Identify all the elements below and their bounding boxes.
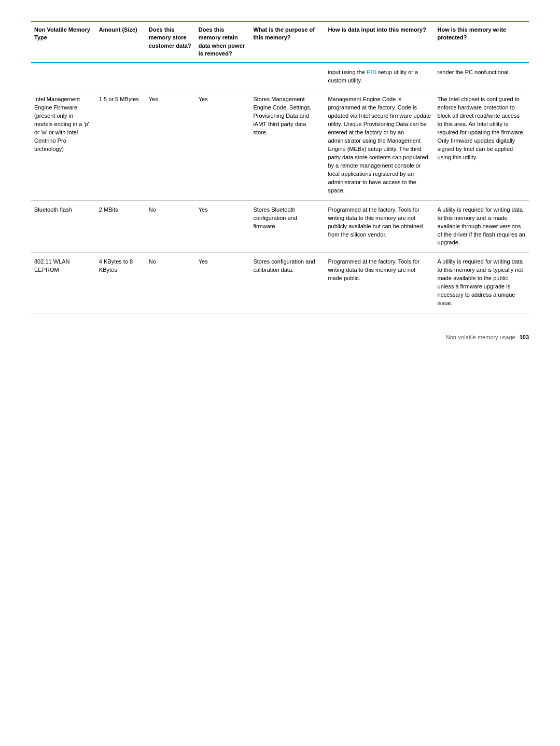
row3-col7: A utility is required for writing data t… bbox=[435, 253, 529, 313]
page-footer: Non-volatile memory usage 103 bbox=[31, 334, 529, 340]
partial-col7: render the PC nonfunctional. bbox=[435, 63, 529, 90]
header-col6: How is data input into this memory? bbox=[325, 21, 434, 63]
row1-col4: Yes bbox=[195, 90, 250, 200]
row3-col4: Yes bbox=[195, 253, 250, 313]
row1-col3: Yes bbox=[146, 90, 195, 200]
partial-col2 bbox=[96, 63, 146, 90]
row3-col3: No bbox=[146, 253, 195, 313]
row3-col6: Programmed at the factory. Tools for wri… bbox=[325, 253, 434, 313]
row2-col6: Programmed at the factory. Tools for wri… bbox=[325, 200, 434, 253]
table-row: 802.11 WLAN EEPROM 4 KBytes to 8 KBytes … bbox=[31, 253, 529, 313]
footer-page: 103 bbox=[520, 334, 529, 340]
header-col4: Does this memory retain data when power … bbox=[195, 21, 250, 63]
partial-col1 bbox=[31, 63, 96, 90]
row2-col3: No bbox=[146, 200, 195, 253]
partial-col5 bbox=[250, 63, 325, 90]
row1-col7: The Intel chipset is configured to enfor… bbox=[435, 90, 529, 200]
row1-col1: Intel Management Engine Firmware (presen… bbox=[31, 90, 96, 200]
header-col5: What is the purpose of this memory? bbox=[250, 21, 325, 63]
row2-col2: 2 MBits bbox=[96, 200, 146, 253]
memory-table: Non Volatile Memory Type Amount (Size) D… bbox=[31, 21, 529, 313]
row2-col4: Yes bbox=[195, 200, 250, 253]
table-row: Bluetooth flash 2 MBits No Yes Stores Bl… bbox=[31, 200, 529, 253]
header-col2: Amount (Size) bbox=[96, 21, 146, 63]
row3-col5: Stores configuration and calibration dat… bbox=[250, 253, 325, 313]
header-col1: Non Volatile Memory Type bbox=[31, 21, 96, 63]
table-row-partial: input using the F10 setup utility or a c… bbox=[31, 63, 529, 90]
row1-col6: Management Engine Code is programmed at … bbox=[325, 90, 434, 200]
partial-col3 bbox=[146, 63, 195, 90]
row2-col5: Stores Bluetooth configuration and firmw… bbox=[250, 200, 325, 253]
f10-link[interactable]: F10 bbox=[367, 69, 376, 75]
row1-col5: Stores Management Engine Code, Settings,… bbox=[250, 90, 325, 200]
header-col3: Does this memory store customer data? bbox=[146, 21, 195, 63]
row1-col2: 1.5 or 5 MBytes bbox=[96, 90, 146, 200]
header-col7: How is this memory write protected? bbox=[435, 21, 529, 63]
row3-col2: 4 KBytes to 8 KBytes bbox=[96, 253, 146, 313]
partial-col4 bbox=[195, 63, 250, 90]
table-row: Intel Management Engine Firmware (presen… bbox=[31, 90, 529, 200]
row2-col1: Bluetooth flash bbox=[31, 200, 96, 253]
row3-col1: 802.11 WLAN EEPROM bbox=[31, 253, 96, 313]
partial-col6: input using the F10 setup utility or a c… bbox=[325, 63, 434, 90]
row2-col7: A utility is required for writing data t… bbox=[435, 200, 529, 253]
table-header-row: Non Volatile Memory Type Amount (Size) D… bbox=[31, 21, 529, 63]
footer-label: Non-volatile memory usage bbox=[446, 334, 515, 340]
